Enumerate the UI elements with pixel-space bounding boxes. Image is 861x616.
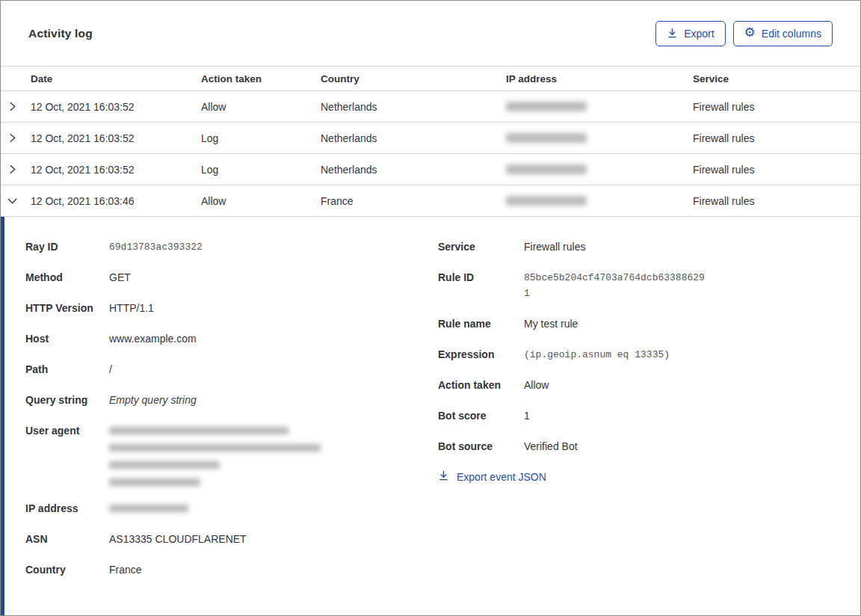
detail-field-http-version: HTTP VersionHTTP/1.1	[25, 301, 438, 316]
cell-ip-address	[506, 133, 693, 143]
detail-field-asn: ASNAS13335 CLOUDFLARENET	[25, 532, 438, 547]
detail-field-label: ASN	[25, 532, 109, 547]
cell-ip-address	[506, 102, 693, 111]
detail-field-value: 69d13783ac393322	[109, 239, 203, 255]
detail-field-query-string: Query stringEmpty query string	[25, 392, 438, 408]
detail-field-label: Query string	[25, 392, 109, 408]
detail-field-bot-score: Bot score1	[438, 408, 860, 424]
redacted-ip	[506, 164, 587, 174]
chevron-right-icon[interactable]	[1, 164, 31, 174]
detail-field-method: MethodGET	[25, 270, 438, 286]
detail-field-value: (ip.geoip.asnum eq 13335)	[524, 347, 670, 363]
detail-field-label: Ray ID	[25, 239, 109, 255]
redacted-text-line	[109, 444, 321, 452]
cell-country: Netherlands	[321, 164, 506, 176]
detail-field-value: My test rule	[524, 316, 578, 332]
cell-service: Firewall rules	[693, 164, 860, 176]
detail-field-bot-source: Bot sourceVerified Bot	[438, 439, 860, 455]
event-detail-panel: Ray ID69d13783ac393322MethodGETHTTP Vers…	[1, 217, 860, 615]
page-title: Activity log	[28, 27, 93, 40]
download-icon	[438, 470, 449, 484]
chevron-right-icon[interactable]	[1, 102, 31, 111]
detail-field-value: 1	[524, 408, 530, 424]
detail-field-value: GET	[109, 270, 131, 286]
detail-right-column: ServiceFirewall rulesRule ID85bce5b204cf…	[438, 239, 860, 615]
export-button[interactable]: Export	[655, 21, 725, 46]
detail-field-value: www.example.com	[109, 331, 197, 347]
redacted-text-line	[109, 478, 200, 486]
detail-field-value: Verified Bot	[524, 439, 578, 455]
detail-field-label: Action taken	[438, 378, 524, 393]
detail-field-ray-id: Ray ID69d13783ac393322	[25, 239, 438, 255]
detail-field-path: Path/	[25, 362, 438, 378]
detail-field-value: Allow	[524, 378, 549, 393]
detail-field-value: HTTP/1.1	[109, 301, 154, 316]
detail-field-value: Firewall rules	[524, 239, 585, 255]
edit-columns-button[interactable]: ⚙ Edit columns	[733, 21, 833, 46]
detail-field-country: CountryFrance	[25, 562, 438, 578]
detail-field-host: Hostwww.example.com	[25, 331, 438, 347]
detail-field-value: France	[109, 562, 142, 578]
detail-field-label: Bot score	[438, 408, 524, 424]
detail-content: Ray ID69d13783ac393322MethodGETHTTP Vers…	[4, 217, 860, 615]
detail-field-rule-id: Rule ID85bce5b204cf4703a764dcb633886291	[438, 270, 860, 301]
gear-icon: ⚙	[744, 26, 756, 39]
redacted-value	[109, 423, 321, 486]
detail-field-label: Rule name	[438, 316, 524, 332]
toolbar: Export ⚙ Edit columns	[655, 21, 833, 46]
detail-field-label: IP address	[25, 501, 109, 517]
redacted-value	[109, 501, 188, 517]
column-header-service: Service	[693, 73, 860, 84]
detail-right-fields: ServiceFirewall rulesRule ID85bce5b204cf…	[438, 239, 860, 455]
edit-columns-button-label: Edit columns	[762, 28, 821, 40]
chevron-right-icon[interactable]	[1, 133, 31, 143]
export-button-label: Export	[684, 28, 714, 40]
detail-field-label: Host	[25, 331, 109, 347]
detail-field-ip-address: IP address	[25, 501, 438, 517]
table-row[interactable]: 12 Oct, 2021 16:03:52LogNetherlandsFirew…	[1, 154, 860, 185]
cell-service: Firewall rules	[693, 195, 860, 207]
cell-country: Netherlands	[321, 132, 506, 144]
detail-field-label: Rule ID	[438, 270, 524, 301]
detail-field-label: Path	[25, 362, 109, 378]
cell-date: 12 Oct, 2021 16:03:52	[31, 132, 201, 144]
redacted-text-line	[109, 427, 288, 434]
export-event-json-label: Export event JSON	[457, 471, 546, 483]
cell-date: 12 Oct, 2021 16:03:46	[31, 195, 201, 207]
column-header-ip-address: IP address	[506, 73, 693, 84]
redacted-text-line	[109, 505, 188, 512]
cell-action-taken: Allow	[201, 195, 321, 207]
cell-action-taken: Log	[201, 132, 321, 144]
table-row[interactable]: 12 Oct, 2021 16:03:52LogNetherlandsFirew…	[1, 123, 860, 154]
detail-field-label: Expression	[438, 347, 524, 363]
detail-field-label: HTTP Version	[25, 301, 109, 316]
detail-left-column: Ray ID69d13783ac393322MethodGETHTTP Vers…	[25, 239, 438, 615]
cell-service: Firewall rules	[693, 132, 860, 144]
detail-field-value: Empty query string	[109, 392, 197, 408]
detail-field-value: 85bce5b204cf4703a764dcb633886291	[524, 270, 705, 301]
download-icon	[667, 28, 678, 39]
table-body: 12 Oct, 2021 16:03:52AllowNetherlandsFir…	[1, 91, 860, 217]
detail-field-rule-name: Rule nameMy test rule	[438, 316, 860, 332]
detail-field-value: /	[109, 362, 112, 378]
chevron-down-icon[interactable]	[1, 196, 31, 206]
detail-field-label: Bot source	[438, 439, 524, 455]
cell-ip-address	[506, 196, 693, 206]
detail-field-expression: Expression(ip.geoip.asnum eq 13335)	[438, 347, 860, 363]
detail-field-user-agent: User agent	[25, 423, 438, 486]
column-header-date: Date	[31, 73, 201, 84]
cell-action-taken: Log	[201, 164, 321, 176]
activity-log-page: Activity log Export ⚙ Edit columns DateA…	[1, 1, 860, 615]
redacted-text-line	[109, 461, 220, 469]
cell-country: Netherlands	[321, 101, 506, 113]
page-header: Activity log Export ⚙ Edit columns	[1, 1, 860, 66]
cell-date: 12 Oct, 2021 16:03:52	[31, 164, 201, 176]
table-row[interactable]: 12 Oct, 2021 16:03:52AllowNetherlandsFir…	[1, 91, 860, 123]
column-header-action-taken: Action taken	[201, 73, 321, 84]
table-row[interactable]: 12 Oct, 2021 16:03:46AllowFranceFirewall…	[1, 185, 860, 217]
column-header-country: Country	[321, 73, 506, 84]
export-event-json-link[interactable]: Export event JSON	[438, 470, 546, 484]
cell-date: 12 Oct, 2021 16:03:52	[31, 101, 201, 113]
detail-field-value: AS13335 CLOUDFLARENET	[109, 532, 247, 547]
cell-country: France	[321, 195, 506, 207]
